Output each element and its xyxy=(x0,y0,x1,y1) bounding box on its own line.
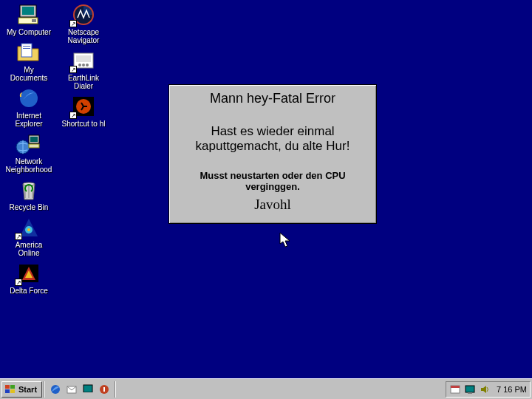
icon-netscape-navigator[interactable]: ↗ Netscape Navigator xyxy=(59,3,108,44)
svg-rect-1 xyxy=(22,7,34,15)
start-label: Start xyxy=(18,385,37,394)
icon-label: Netscape Navigator xyxy=(59,28,108,44)
icon-recycle-bin[interactable]: Recycle Bin xyxy=(4,178,53,211)
tray-display-icon[interactable] xyxy=(464,383,476,395)
svg-rect-38 xyxy=(468,392,472,394)
shortcut-arrow-icon: ↗ xyxy=(15,233,22,240)
icon-label: Delta Force xyxy=(10,287,48,295)
icon-label: My Documents xyxy=(4,66,53,82)
halflife-icon: ↗ xyxy=(70,95,97,118)
svg-rect-6 xyxy=(23,48,30,49)
svg-rect-36 xyxy=(451,386,460,388)
windows-flag-icon xyxy=(4,384,16,395)
folder-documents-icon xyxy=(16,41,42,64)
icon-delta-force[interactable]: ↗ Delta Force xyxy=(4,262,53,295)
network-icon xyxy=(16,132,42,156)
icon-label: Shortcut to hl xyxy=(62,120,106,128)
svg-rect-19 xyxy=(76,55,91,62)
svg-rect-4 xyxy=(21,44,32,57)
taskbar-separator xyxy=(44,381,45,398)
icon-america-online[interactable]: ↗ America Online xyxy=(4,216,53,257)
svg-point-7 xyxy=(20,89,38,107)
recycle-bin-icon xyxy=(16,178,42,202)
svg-rect-5 xyxy=(23,46,30,47)
svg-rect-28 xyxy=(10,389,15,393)
taskbar: Start 7 16 PM xyxy=(0,378,532,399)
start-button[interactable]: Start xyxy=(1,381,42,398)
desktop-icons: My Computer My Documents Internet Explor… xyxy=(4,3,108,295)
svg-rect-26 xyxy=(10,385,15,389)
icon-network-neighborhood[interactable]: Network Neighborhood xyxy=(4,132,53,174)
svg-point-22 xyxy=(86,64,89,66)
tray-volume-icon[interactable] xyxy=(479,383,491,395)
ql-outlook[interactable] xyxy=(64,382,79,397)
svg-rect-31 xyxy=(83,385,92,392)
tray-scheduler-icon[interactable] xyxy=(449,383,461,395)
icon-my-documents[interactable]: My Documents xyxy=(4,41,53,82)
delta-force-icon: ↗ xyxy=(16,262,42,285)
shortcut-arrow-icon: ↗ xyxy=(69,66,77,73)
dialog-subtext: Musst neustarten oder den CPU verginggen… xyxy=(169,157,376,194)
svg-rect-10 xyxy=(30,137,38,142)
icon-label: America Online xyxy=(4,241,53,257)
svg-point-14 xyxy=(27,228,30,231)
system-tray: 7 16 PM xyxy=(446,381,531,398)
cursor-icon xyxy=(279,232,293,248)
desktop[interactable]: My Computer My Documents Internet Explor… xyxy=(0,0,532,399)
shortcut-arrow-icon: ↗ xyxy=(15,279,22,286)
earthlink-icon: ↗ xyxy=(70,49,97,72)
icon-earthlink-dialer[interactable]: ↗ EarthLink Dialer xyxy=(59,49,108,90)
svg-rect-3 xyxy=(32,19,36,22)
icon-my-computer[interactable]: My Computer xyxy=(4,3,53,36)
svg-rect-34 xyxy=(103,387,105,392)
svg-point-20 xyxy=(78,64,81,66)
icon-label: My Computer xyxy=(7,28,51,36)
ql-channels[interactable] xyxy=(97,382,112,397)
netscape-icon: ↗ xyxy=(70,3,97,27)
icon-label: EarthLink Dialer xyxy=(59,74,108,90)
ql-desktop[interactable] xyxy=(81,382,95,397)
icon-label: Internet Explorer xyxy=(4,112,53,128)
svg-rect-25 xyxy=(5,385,10,389)
svg-rect-27 xyxy=(5,389,10,393)
icon-shortcut-hl[interactable]: ↗ Shortcut to hl xyxy=(59,95,108,128)
dialog-title: Mann hey-Fatal Error xyxy=(169,85,376,111)
icon-label: Recycle Bin xyxy=(10,203,49,211)
taskbar-separator xyxy=(115,381,116,398)
dialog-button[interactable]: Javohl xyxy=(169,194,376,223)
quick-launch xyxy=(47,382,113,397)
shortcut-arrow-icon: ↗ xyxy=(69,20,77,27)
icon-internet-explorer[interactable]: Internet Explorer xyxy=(4,86,53,128)
svg-rect-11 xyxy=(29,144,39,148)
taskbar-clock[interactable]: 7 16 PM xyxy=(494,385,527,394)
svg-point-21 xyxy=(82,64,85,66)
svg-rect-32 xyxy=(83,392,93,394)
aol-icon: ↗ xyxy=(16,216,42,239)
icon-label: Network Neighborhood xyxy=(4,157,53,174)
ql-ie[interactable] xyxy=(48,382,63,397)
ie-icon xyxy=(16,86,42,110)
dialog-message: Hast es wieder einmal kaputtgemacht, du … xyxy=(169,111,376,157)
computer-icon xyxy=(16,3,42,27)
error-dialog: Mann hey-Fatal Error Hast es wieder einm… xyxy=(168,84,377,224)
svg-rect-37 xyxy=(466,386,474,392)
shortcut-arrow-icon: ↗ xyxy=(69,112,77,119)
